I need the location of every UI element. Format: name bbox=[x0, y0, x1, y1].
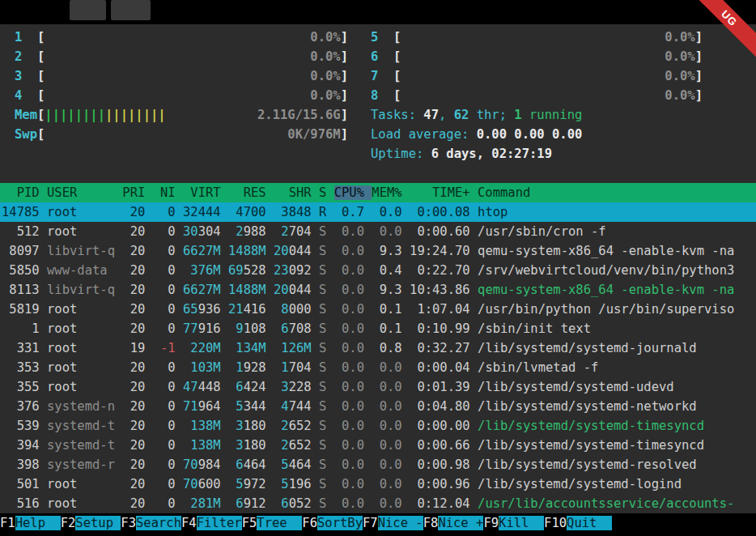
fkey-F5[interactable]: F5Tree bbox=[242, 513, 303, 533]
cell-shr: 6 bbox=[274, 496, 289, 511]
titlebar-button-2[interactable] bbox=[111, 0, 151, 20]
cell-ni: 0 bbox=[153, 380, 183, 394]
bracket-open: [ bbox=[393, 86, 401, 105]
cell-cpu: 0.0 bbox=[334, 321, 372, 336]
cell-pri: 20 bbox=[122, 263, 152, 278]
cell-cpu: 0.0 bbox=[334, 302, 372, 317]
process-row[interactable]: 5850 www-data 20 0 376M 69528 23092 S 0.… bbox=[0, 261, 756, 280]
fkey-key: F6 bbox=[302, 516, 317, 530]
cell-gap bbox=[221, 244, 228, 258]
fkey-F2[interactable]: F2Setup bbox=[61, 513, 121, 533]
column-header-s[interactable]: S bbox=[319, 185, 334, 200]
process-row[interactable]: 1 root 20 0 77916 9108 6708 S 0.0 0.1 0:… bbox=[0, 319, 756, 338]
cell-shr: 3 bbox=[274, 205, 289, 219]
cell-pri: 20 bbox=[122, 283, 152, 297]
column-header-res[interactable]: RES bbox=[228, 185, 274, 200]
cell-shr: 6 bbox=[274, 321, 289, 336]
cpu-number: 7 bbox=[371, 66, 393, 86]
column-header-command[interactable]: Command bbox=[478, 185, 530, 200]
process-row[interactable]: 539 systemd-t 20 0 138M 3180 2652 S 0.0 … bbox=[0, 416, 756, 436]
cell-user: systemd-r bbox=[47, 457, 122, 472]
fkey-F1[interactable]: F1Help bbox=[0, 513, 61, 533]
process-row[interactable]: 353 root 20 0 103M 1928 1704 S 0.0 0.0 0… bbox=[0, 358, 756, 377]
fkey-F3[interactable]: F3Search bbox=[121, 513, 181, 533]
cell-gap bbox=[312, 457, 319, 472]
process-row[interactable]: 376 systemd-n 20 0 71964 5344 4744 S 0.0… bbox=[0, 397, 756, 416]
process-row[interactable]: 501 root 20 0 70600 5972 5196 S 0.0 0.0 … bbox=[0, 474, 756, 494]
cell-time: 0:00.96 bbox=[410, 477, 478, 491]
process-row[interactable]: 398 systemd-r 20 0 70984 6464 5464 S 0.0… bbox=[0, 455, 756, 474]
cell-res: 4 bbox=[228, 205, 244, 219]
column-header-virt[interactable]: VIRT bbox=[183, 185, 228, 200]
tasks-label: Tasks: bbox=[371, 108, 423, 122]
bracket-open: [ bbox=[37, 105, 45, 125]
cell-pid: 1 bbox=[2, 321, 47, 336]
cell-gap bbox=[221, 360, 228, 375]
cell-virt: 964 bbox=[198, 399, 221, 414]
process-row[interactable]: 355 root 20 0 47448 6424 3228 S 0.0 0.0 … bbox=[0, 377, 756, 397]
cell-gap bbox=[221, 263, 228, 278]
process-row[interactable]: 512 root 20 0 30304 2988 2704 S 0.0 0.0 … bbox=[0, 222, 756, 241]
cell-mem: 0.0 bbox=[372, 205, 410, 219]
bracket-close: ] bbox=[341, 28, 348, 47]
process-row[interactable]: 8097 libvirt-q 20 0 6627M 1488M 20044 S … bbox=[0, 241, 756, 261]
fkey-F10[interactable]: F10Quit bbox=[544, 513, 612, 533]
cell-state: S bbox=[319, 263, 334, 278]
cell-virt: 448 bbox=[198, 380, 221, 394]
column-header-time[interactable]: TIME+ bbox=[410, 185, 478, 200]
cell-gap bbox=[312, 302, 319, 317]
cell-state: S bbox=[319, 457, 334, 472]
cell-cpu: 0.7 bbox=[334, 205, 372, 219]
cell-user: systemd-n bbox=[47, 399, 122, 414]
process-row[interactable]: 8113 libvirt-q 20 0 6627M 1488M 20044 S … bbox=[0, 280, 756, 300]
column-header-user[interactable]: USER bbox=[47, 185, 122, 200]
cell-cpu: 0.0 bbox=[334, 477, 372, 491]
cell-virt: 47 bbox=[183, 380, 198, 394]
titlebar-button-1[interactable] bbox=[70, 0, 106, 20]
bracket-close: ] bbox=[341, 125, 348, 144]
cell-state: S bbox=[319, 438, 334, 453]
cell-res: 912 bbox=[244, 496, 266, 511]
fkey-F7[interactable]: F7Nice - bbox=[363, 513, 423, 533]
cell-gap bbox=[312, 496, 319, 511]
process-row[interactable]: 394 systemd-t 20 0 138M 3180 2652 S 0.0 … bbox=[0, 436, 756, 455]
cell-shr: 708 bbox=[289, 321, 312, 336]
cell-shr: 652 bbox=[289, 438, 312, 453]
column-header-pid[interactable]: PID bbox=[2, 185, 47, 200]
cell-res: 344 bbox=[244, 399, 266, 414]
column-header-pri[interactable]: PRI bbox=[122, 185, 152, 200]
bracket-close: ] bbox=[341, 47, 348, 66]
column-header-ni[interactable]: NI bbox=[153, 185, 183, 200]
column-header-shr[interactable]: SHR bbox=[274, 185, 319, 200]
process-row[interactable]: 14785 root 20 0 32444 4700 3848 R 0.7 0.… bbox=[0, 202, 756, 222]
fkey-F6[interactable]: F6SortBy bbox=[302, 513, 363, 533]
cell-gap bbox=[221, 399, 228, 414]
column-header-cpu[interactable]: CPU% bbox=[334, 185, 372, 200]
process-row[interactable]: 5819 root 20 0 65936 21416 8000 S 0.0 0.… bbox=[0, 300, 756, 319]
cell-pri: 20 bbox=[122, 419, 152, 433]
fkey-F4[interactable]: F4Filter bbox=[181, 513, 242, 533]
cell-user: libvirt-q bbox=[47, 244, 122, 258]
cell-virt: 220M bbox=[183, 341, 221, 355]
cell-ni: 0 bbox=[153, 321, 183, 336]
process-row[interactable]: 516 root 20 0 281M 6912 6052 S 0.0 0.0 0… bbox=[0, 494, 756, 513]
cell-virt: 138M bbox=[183, 438, 221, 453]
bracket-close: ] bbox=[341, 86, 348, 105]
memory-value: 2.11G/15.6G bbox=[257, 105, 341, 125]
table-header-row: PID USER PRI NI VIRT RES SHR S CPU% MEM%… bbox=[0, 183, 756, 202]
cell-res: 180 bbox=[244, 438, 266, 453]
fkey-F8[interactable]: F8Nice + bbox=[423, 513, 484, 533]
cell-ni: 0 bbox=[153, 438, 183, 453]
cell-virt: 936 bbox=[198, 302, 221, 317]
fkey-key: F9 bbox=[483, 516, 499, 530]
cell-virt: 71 bbox=[183, 399, 198, 414]
fkey-F9[interactable]: F9Kill bbox=[483, 513, 544, 533]
cell-shr: 704 bbox=[289, 224, 312, 239]
cell-virt: 6627M bbox=[183, 283, 221, 297]
process-row[interactable]: 331 root 19 -1 220M 134M 126M S 0.0 0.8 … bbox=[0, 338, 756, 358]
cell-virt: 6627M bbox=[183, 244, 221, 258]
cell-mem: 9.3 bbox=[372, 283, 410, 297]
column-header-mem[interactable]: MEM% bbox=[372, 185, 410, 200]
cell-pri: 20 bbox=[122, 380, 152, 394]
fkey-key: F2 bbox=[61, 516, 76, 530]
